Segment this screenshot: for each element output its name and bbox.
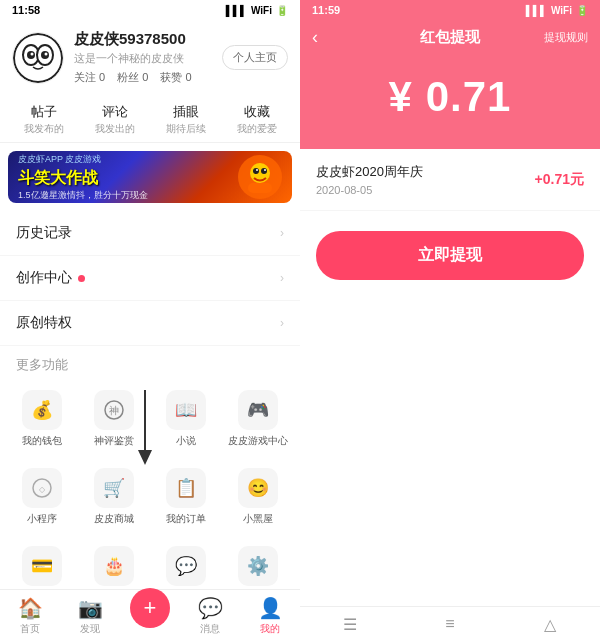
bottom-nav-left: 🏠 首页 📷 发现 + 💬 消息 👤 我的	[0, 589, 300, 640]
banner-text: 皮皮虾APP 皮皮游戏 斗笑大作战 1.5亿邀星激情抖，胜分十万现金	[18, 153, 148, 202]
grid-item-game[interactable]: 🎮 皮皮游戏中心	[224, 384, 292, 454]
back-button[interactable]: ‹	[312, 27, 318, 48]
withdraw-button[interactable]: 立即提现	[316, 231, 584, 280]
banner-title: 斗笑大作战	[18, 168, 148, 189]
nav-right-back[interactable]: △	[500, 613, 600, 636]
blacklist-icon: 😊	[238, 468, 278, 508]
grid-row-2: ◇ 小程序 🛒 皮皮商城 📋 我的订单 😊 小黑屋	[0, 458, 300, 536]
anniversary-icon: 🎂	[94, 546, 134, 586]
grid-item-novel[interactable]: 📖 小说	[152, 384, 220, 454]
game-icon: 🎮	[238, 390, 278, 430]
grid-item-shop[interactable]: 🛒 皮皮商城	[80, 462, 148, 532]
more-section-title: 更多功能	[0, 346, 300, 380]
add-button[interactable]: +	[130, 588, 170, 628]
avatar[interactable]	[12, 32, 64, 84]
profile-info: 皮皮侠59378500 这是一个神秘的皮皮侠 关注 0 粉丝 0 获赞 0	[74, 30, 212, 85]
left-panel: 11:58 ▌▌▌ WiFi 🔋 皮皮侠59378500 这是一个神秘的皮皮侠	[0, 0, 300, 640]
status-icons-left: ▌▌▌ WiFi 🔋	[226, 5, 288, 16]
back-nav-icon: △	[544, 615, 556, 634]
nav-home[interactable]: 🏠 首页	[0, 596, 60, 636]
nav-messages[interactable]: 💬 消息	[180, 596, 240, 636]
profile-stats: 关注 0 粉丝 0 获赞 0	[74, 70, 212, 85]
earned-stat: 获赞 0	[160, 70, 191, 85]
tab-comments[interactable]: 评论 我发出的	[79, 95, 150, 142]
settings-icon: ⚙️	[238, 546, 278, 586]
menu-label-history: 历史记录	[16, 224, 72, 242]
grid-item-blacklist[interactable]: 😊 小黑屋	[224, 462, 292, 532]
grid-item-miniapp[interactable]: ◇ 小程序	[8, 462, 76, 532]
home-icon: 🏠	[18, 596, 43, 620]
amount-section: ¥ 0.71	[300, 63, 600, 149]
nav-right-menu[interactable]: ☰	[300, 613, 400, 636]
svg-text:◇: ◇	[39, 485, 46, 494]
grid-item-wallet[interactable]: 💰 我的钱包	[8, 384, 76, 454]
wallet-icon: 💰	[22, 390, 62, 430]
grid-item-review[interactable]: 神 神评鉴赏	[80, 384, 148, 454]
profile-section: 皮皮侠59378500 这是一个神秘的皮皮侠 关注 0 粉丝 0 获赞 0 个人…	[0, 20, 300, 95]
svg-point-5	[31, 52, 34, 55]
nav-mine[interactable]: 👤 我的	[240, 596, 300, 636]
cards-icon: 💳	[22, 546, 62, 586]
follow-stat: 关注 0	[74, 70, 105, 85]
grid-row-1: 💰 我的钱包 神 神评鉴赏 📖 小说 🎮 皮皮游戏中心	[0, 380, 300, 458]
rule-link[interactable]: 提现规则	[544, 30, 588, 45]
review-icon: 神	[94, 390, 134, 430]
record-amount: +0.71元	[535, 171, 584, 189]
banner-mascot-icon	[238, 155, 282, 199]
profile-nav-tabs: 帖子 我发布的 评论 我发出的 插眼 期待后续 收藏 我的爱爱	[0, 95, 300, 143]
discover-icon: 📷	[78, 596, 103, 620]
menu-label-creation: 创作中心	[16, 269, 72, 287]
chevron-icon: ›	[280, 226, 284, 240]
record-title: 皮皮虾2020周年庆	[316, 163, 423, 181]
right-panel: 11:59 ▌▌▌ WiFi 🔋 ‹ 红包提现 提现规则 ¥ 0.71 皮皮虾2…	[300, 0, 600, 640]
svg-point-9	[253, 168, 259, 174]
svg-text:神: 神	[109, 405, 119, 416]
menu-icon: ☰	[343, 615, 357, 634]
record-item: 皮皮虾2020周年庆 2020-08-05 +0.71元	[300, 149, 600, 211]
tab-watch[interactable]: 插眼 期待后续	[150, 95, 221, 142]
tab-posts[interactable]: 帖子 我发布的	[8, 95, 79, 142]
novel-icon: 📖	[166, 390, 206, 430]
svg-rect-13	[248, 183, 272, 193]
profile-name: 皮皮侠59378500	[74, 30, 212, 49]
menu-item-creation[interactable]: 创作中心 ›	[0, 256, 300, 301]
miniapp-icon: ◇	[22, 468, 62, 508]
profile-desc: 这是一个神秘的皮皮侠	[74, 51, 212, 66]
banner-sub: 1.5亿邀星激情抖，胜分十万现金	[18, 189, 148, 202]
svg-point-11	[256, 169, 258, 171]
svg-point-12	[264, 169, 266, 171]
home-right-icon: ≡	[445, 615, 454, 633]
time-left: 11:58	[12, 4, 40, 16]
amount-display: ¥ 0.71	[300, 73, 600, 121]
record-date: 2020-08-05	[316, 184, 423, 196]
svg-point-6	[45, 52, 48, 55]
bottom-nav-right: ☰ ≡ △	[300, 606, 600, 640]
svg-point-10	[261, 168, 267, 174]
tab-favorites[interactable]: 收藏 我的爱爱	[221, 95, 292, 142]
grid-item-orders[interactable]: 📋 我的订单	[152, 462, 220, 532]
status-bar-right: 11:59 ▌▌▌ WiFi 🔋	[300, 0, 600, 20]
page-title-right: 红包提现	[420, 28, 480, 47]
nav-discover[interactable]: 📷 发现	[60, 596, 120, 636]
mine-icon: 👤	[258, 596, 283, 620]
right-header: ‹ 红包提现 提现规则	[300, 20, 600, 63]
notification-dot	[78, 275, 85, 282]
nav-add[interactable]: +	[120, 596, 180, 636]
menu-item-history[interactable]: 历史记录 ›	[0, 211, 300, 256]
banner[interactable]: 皮皮虾APP 皮皮游戏 斗笑大作战 1.5亿邀星激情抖，胜分十万现金	[8, 151, 292, 203]
time-right: 11:59	[312, 4, 340, 16]
status-icons-right: ▌▌▌ WiFi 🔋	[526, 5, 588, 16]
profile-page-button[interactable]: 个人主页	[222, 45, 288, 70]
feedback-icon: 💬	[166, 546, 206, 586]
messages-icon: 💬	[198, 596, 223, 620]
shop-icon: 🛒	[94, 468, 134, 508]
chevron-icon-2: ›	[280, 271, 284, 285]
menu-item-original[interactable]: 原创特权 ›	[0, 301, 300, 346]
records-section: 皮皮虾2020周年庆 2020-08-05 +0.71元 立即提现	[300, 149, 600, 606]
menu-label-original: 原创特权	[16, 314, 72, 332]
nav-right-home[interactable]: ≡	[400, 613, 500, 636]
fans-stat: 粉丝 0	[117, 70, 148, 85]
chevron-icon-3: ›	[280, 316, 284, 330]
status-bar-left: 11:58 ▌▌▌ WiFi 🔋	[0, 0, 300, 20]
orders-icon: 📋	[166, 468, 206, 508]
